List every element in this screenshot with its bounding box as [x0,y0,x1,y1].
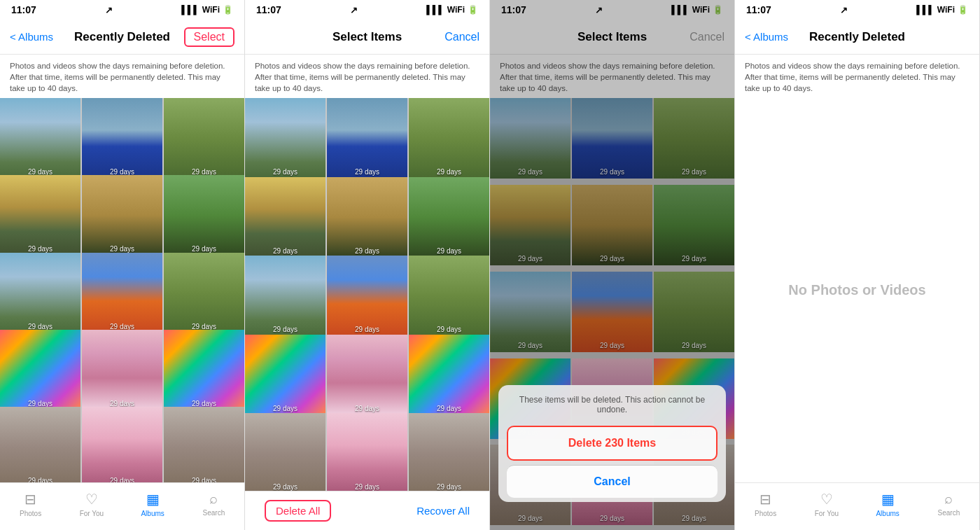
photo-cell[interactable]: 29 days [409,335,489,415]
photo-cell[interactable]: 29 days [164,253,244,333]
status-time-2: 11:07 [256,4,281,15]
wifi-icon-4: WiFi [937,5,955,15]
wifi-icon-2: WiFi [447,5,465,15]
info-text-4: Photos and videos show the days remainin… [735,55,979,98]
photo-cell[interactable]: 29 days [164,175,244,256]
search-icon-1: ⌕ [209,491,218,507]
info-text-2: Photos and videos show the days remainin… [245,55,489,98]
photo-cell[interactable]: 29 days [0,407,80,482]
photo-cell[interactable]: 29 days [82,175,162,256]
tab-label-photos-1: Photos [20,510,41,517]
photo-cell[interactable]: 29 days [0,330,80,410]
photo-cell[interactable]: 29 days [327,98,407,179]
cancel-button-2[interactable]: Cancel [444,31,479,43]
photo-cell[interactable]: 29 days [164,330,244,410]
status-time-4: 11:07 [746,4,771,15]
tab-label-foryou-1: For You [80,510,104,517]
screen3: 11:07 ↗ ▌▌▌ WiFi 🔋 Select Items Cancel P… [490,0,735,530]
photo-cell[interactable]: 29 days [409,98,489,179]
photo-cell[interactable]: 29 days [245,177,326,258]
photo-cell[interactable]: 29 days [409,413,489,491]
photos-icon-4: ⊟ [760,491,771,508]
delete-confirm-button[interactable]: Delete 230 Items [507,426,718,461]
tab-search-4[interactable]: ⌕ Search [918,491,979,517]
tab-photos-4[interactable]: ⊟ Photos [735,491,796,517]
status-arrow-4: ↗ [840,5,848,15]
photo-cell[interactable]: 29 days [245,413,326,491]
tab-search-1[interactable]: ⌕ Search [183,491,244,517]
photos-icon-1: ⊟ [24,491,36,508]
status-icons-2: ▌▌▌ WiFi 🔋 [426,5,478,15]
recover-all-button[interactable]: Recover All [416,505,470,517]
battery-icon-1: 🔋 [223,5,233,15]
status-icons-4: ▌▌▌ WiFi 🔋 [916,5,968,15]
delete-dialog-overlay: These items will be deleted. This action… [490,0,734,530]
status-bar-4: 11:07 ↗ ▌▌▌ WiFi 🔋 [735,0,979,20]
status-arrow-1: ↗ [105,5,113,15]
photo-cell[interactable]: 29 days [82,253,162,333]
tab-foryou-1[interactable]: ♡ For You [61,491,122,517]
tab-foryou-4[interactable]: ♡ For You [796,491,857,517]
battery-icon-2: 🔋 [468,5,478,15]
signal-icon-2: ▌▌▌ [426,5,444,15]
tab-label-albums-1: Albums [141,510,164,517]
status-icons-1: ▌▌▌ WiFi 🔋 [181,5,233,15]
photo-cell[interactable]: 29 days [245,98,326,179]
screen4: 11:07 ↗ ▌▌▌ WiFi 🔋 < Albums Recently Del… [735,0,980,530]
status-arrow-2: ↗ [350,5,358,15]
delete-all-button[interactable]: Delete All [265,500,331,522]
signal-icon-4: ▌▌▌ [916,5,934,15]
photo-cell[interactable]: 29 days [0,175,80,256]
tab-label-photos-4: Photos [755,510,776,517]
nav-title-1: Recently Deleted [74,30,170,44]
select-button-1[interactable]: Select [184,27,234,47]
photo-cell[interactable]: 29 days [82,330,162,410]
status-bar-2: 11:07 ↗ ▌▌▌ WiFi 🔋 [245,0,489,20]
photo-cell[interactable]: 29 days [245,335,326,415]
delete-dialog: These items will be deleted. This action… [498,385,726,502]
tab-label-foryou-4: For You [815,510,839,517]
photo-cell[interactable]: 29 days [0,253,80,333]
info-text-1: Photos and videos show the days remainin… [0,55,244,98]
albums-icon-4: ▦ [881,491,895,508]
photo-cell[interactable]: 29 days [164,407,244,482]
photo-cell[interactable]: 29 days [327,177,407,258]
action-bar-2: Delete All Recover All [245,491,489,530]
nav-title-2: Select Items [332,30,402,44]
photo-cell[interactable]: 29 days [327,335,407,415]
photo-cell[interactable]: 29 days [409,177,489,258]
photo-grid-1: 29 days 29 days 29 days 29 days 29 days … [0,98,244,482]
foryou-icon-4: ♡ [820,491,833,508]
back-button-1[interactable]: < Albums [10,31,53,43]
no-photos-message: No Photos or Videos [735,98,979,482]
photo-cell[interactable]: 29 days [0,98,80,179]
dialog-message: These items will be deleted. This action… [498,385,726,421]
photo-cell[interactable]: 29 days [82,98,162,179]
albums-icon-1: ▦ [146,491,160,508]
photo-cell[interactable]: 29 days [164,98,244,179]
tab-label-search-1: Search [203,509,225,517]
photo-cell[interactable]: 29 days [327,413,407,491]
screen2: 11:07 ↗ ▌▌▌ WiFi 🔋 Select Items Cancel P… [245,0,490,530]
tab-albums-4[interactable]: ▦ Albums [858,491,918,517]
status-time-1: 11:07 [11,4,36,15]
tab-photos-1[interactable]: ⊟ Photos [0,491,61,517]
photo-grid-2: 29 days 29 days 29 days 29 days 29 days … [245,98,489,491]
status-bar-1: 11:07 ↗ ▌▌▌ WiFi 🔋 [0,0,244,20]
dialog-cancel-button[interactable]: Cancel [507,465,718,498]
signal-icon-1: ▌▌▌ [181,5,200,15]
photo-cell[interactable]: 29 days [245,256,326,336]
tab-albums-1[interactable]: ▦ Albums [122,491,183,517]
search-icon-4: ⌕ [944,491,953,507]
tab-bar-4: ⊟ Photos ♡ For You ▦ Albums ⌕ Search [735,482,979,530]
tab-label-search-4: Search [938,509,960,517]
nav-bar-4: < Albums Recently Deleted [735,20,979,55]
nav-bar-1: < Albums Recently Deleted Select [0,20,244,55]
tab-label-albums-4: Albums [876,510,899,517]
nav-bar-2: Select Items Cancel [245,20,489,55]
photo-cell[interactable]: 29 days [82,407,162,482]
nav-title-4: Recently Deleted [809,30,905,44]
back-button-4[interactable]: < Albums [745,31,788,43]
photo-cell[interactable]: 29 days [409,256,489,336]
photo-cell[interactable]: 29 days [327,256,407,336]
